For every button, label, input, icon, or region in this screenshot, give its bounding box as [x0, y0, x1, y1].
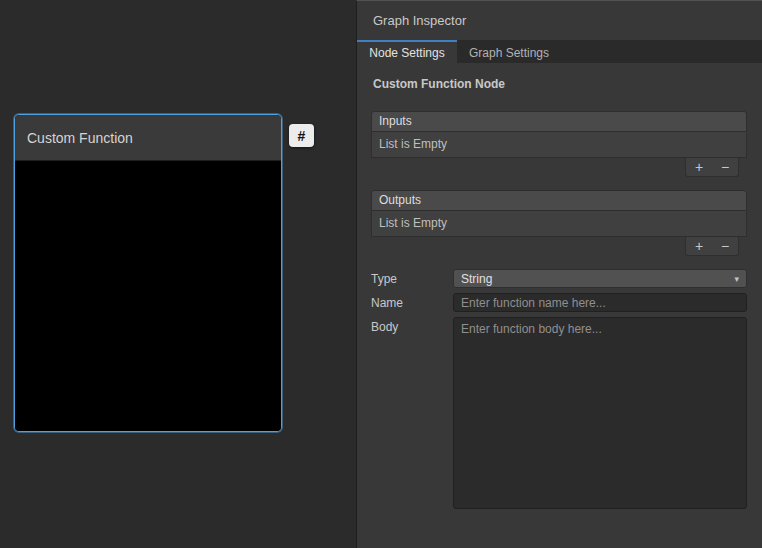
hash-icon: # [298, 129, 306, 143]
inputs-remove-button[interactable]: − [712, 158, 738, 176]
inspector-title: Graph Inspector [373, 13, 466, 28]
type-dropdown[interactable]: String ▾ [453, 269, 747, 288]
body-field-row: Body [371, 317, 747, 509]
outputs-remove-button[interactable]: − [712, 237, 738, 255]
graph-canvas[interactable]: Custom Function # [0, 0, 356, 548]
inputs-list-footer-buttons: + − [685, 158, 739, 177]
outputs-list-footer: + − [371, 237, 747, 256]
inputs-list-empty-row: List is Empty [371, 132, 747, 158]
outputs-add-button[interactable]: + [686, 237, 712, 255]
inputs-list-footer: + − [371, 158, 747, 177]
section-title: Custom Function Node [373, 77, 747, 91]
inspector-titlebar[interactable]: Graph Inspector [357, 1, 762, 40]
function-name-input[interactable] [453, 293, 747, 312]
outputs-list-footer-buttons: + − [685, 237, 739, 256]
custom-function-node[interactable]: Custom Function [14, 114, 282, 432]
tab-graph-settings[interactable]: Graph Settings [457, 40, 561, 63]
inputs-list-header: Inputs [371, 111, 747, 132]
type-label: Type [371, 269, 453, 286]
name-label: Name [371, 293, 453, 310]
graph-inspector-panel: Graph Inspector Node Settings Graph Sett… [356, 0, 762, 548]
node-header[interactable]: Custom Function [15, 115, 281, 161]
node-hash-button[interactable]: # [289, 124, 314, 147]
type-field-row: Type String ▾ [371, 269, 747, 288]
outputs-list-empty-row: List is Empty [371, 211, 747, 237]
outputs-list: Outputs List is Empty + − [371, 190, 747, 256]
node-preview-area [15, 161, 281, 432]
node-settings-content: Custom Function Node Inputs List is Empt… [357, 63, 762, 509]
function-body-textarea[interactable] [453, 317, 747, 509]
inspector-tabbar: Node Settings Graph Settings [357, 40, 762, 63]
inputs-list: Inputs List is Empty + − [371, 111, 747, 177]
tab-node-settings[interactable]: Node Settings [357, 40, 457, 63]
type-dropdown-value: String [461, 272, 492, 286]
chevron-down-icon: ▾ [734, 274, 739, 284]
body-label: Body [371, 317, 453, 334]
node-title: Custom Function [27, 130, 133, 146]
outputs-list-header: Outputs [371, 190, 747, 211]
name-field-row: Name [371, 293, 747, 312]
inputs-add-button[interactable]: + [686, 158, 712, 176]
